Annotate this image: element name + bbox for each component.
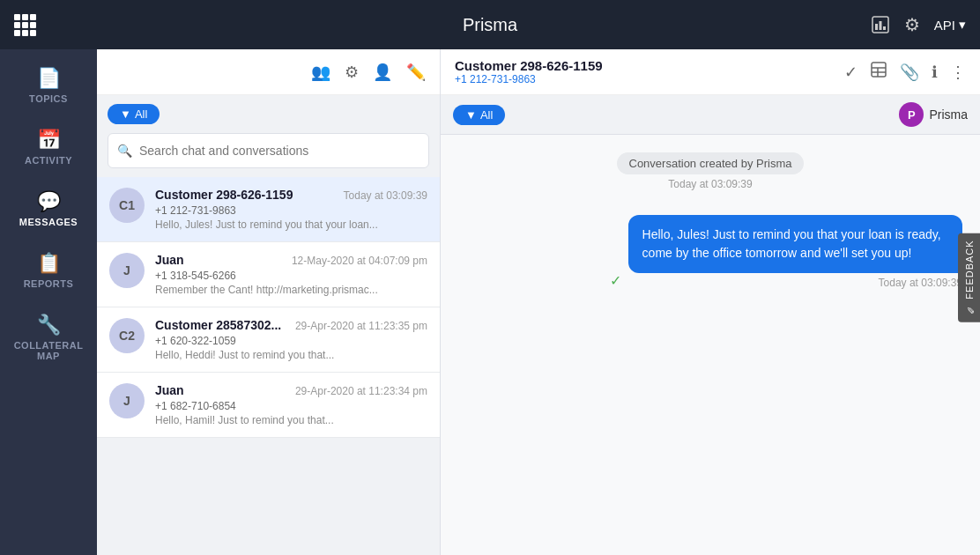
- topics-icon: 📄: [37, 67, 61, 90]
- filter-icon: ▼: [120, 107, 131, 121]
- conv-preview: Hello, Heddi! Just to remind you that...: [155, 349, 427, 361]
- sent-check-icon: ✓: [610, 272, 621, 289]
- right-panel-header: Customer 298-626-1159 +1 212-731-9863 ✓ …: [441, 49, 980, 95]
- user-icon[interactable]: 👤: [373, 63, 392, 82]
- header-left: [14, 14, 36, 36]
- activity-icon: 📅: [37, 129, 61, 152]
- grid-icon[interactable]: [14, 14, 36, 36]
- feedback-icon: ✎: [963, 303, 975, 315]
- api-button[interactable]: API ▾: [934, 17, 966, 33]
- avatar: J: [109, 253, 145, 288]
- system-message: Conversation created by Prisma Today at …: [458, 152, 962, 190]
- conv-header: Juan 12-May-2020 at 04:07:09 pm: [155, 253, 427, 267]
- checkmark-icon[interactable]: ✓: [844, 63, 858, 82]
- contact-name: Customer 298-626-1159: [455, 58, 603, 73]
- settings-icon[interactable]: ⚙: [904, 14, 920, 35]
- svg-rect-3: [883, 26, 886, 30]
- sidebar: 📄 TOPICS 📅 ACTIVITY 💬 MESSAGES 📋 REPORTS…: [0, 49, 97, 555]
- message-content: Hello, Jules! Just to remind you that yo…: [628, 215, 962, 289]
- conv-phone: +1 682-710-6854: [155, 400, 427, 412]
- conversation-item[interactable]: J Juan 12-May-2020 at 04:07:09 pm +1 318…: [97, 242, 440, 307]
- message-bubble: Hello, Jules! Just to remind you that yo…: [628, 215, 962, 273]
- contact-phone: +1 212-731-9863: [455, 73, 603, 85]
- agent-badge: P Prisma: [899, 102, 968, 127]
- compose-icon[interactable]: ✏️: [406, 63, 426, 82]
- svg-rect-2: [879, 21, 881, 30]
- conv-phone: +1 620-322-1059: [155, 335, 427, 347]
- conv-time: 29-Apr-2020 at 11:23:34 pm: [295, 385, 427, 397]
- content-area: 👥 ⚙ 👤 ✏️ ▼ All 🔍: [97, 49, 980, 555]
- right-filter-bar: ▼ All P Prisma: [441, 95, 980, 135]
- conversation-list: C1 Customer 298-626-1159 Today at 03:09:…: [97, 177, 440, 555]
- chat-area: Conversation created by Prisma Today at …: [441, 135, 980, 555]
- right-panel: Customer 298-626-1159 +1 212-731-9863 ✓ …: [441, 49, 980, 555]
- sidebar-item-reports-label: REPORTS: [24, 278, 74, 289]
- sidebar-item-topics-label: TOPICS: [29, 93, 68, 104]
- attachment-icon[interactable]: 📎: [900, 63, 919, 82]
- sidebar-item-reports[interactable]: 📋 REPORTS: [0, 241, 97, 300]
- conv-time: Today at 03:09:39: [344, 189, 427, 202]
- conv-phone: +1 212-731-9863: [155, 204, 427, 217]
- header-right: ⚙ API ▾: [871, 14, 966, 35]
- conv-time: 29-Apr-2020 at 11:23:35 pm: [295, 320, 427, 332]
- collateral-map-icon: 🔧: [37, 314, 61, 337]
- conv-content: Juan 29-Apr-2020 at 11:23:34 pm +1 682-7…: [155, 383, 427, 426]
- message-row: ✓ Hello, Jules! Just to remind you that …: [458, 215, 962, 289]
- search-icon: 🔍: [117, 144, 132, 158]
- sidebar-item-collateral-map-label: COLLATERAL MAP: [7, 340, 90, 361]
- conv-name: Juan: [155, 253, 184, 267]
- sidebar-item-activity-label: ACTIVITY: [25, 155, 72, 166]
- conv-content: Juan 12-May-2020 at 04:07:09 pm +1 318-5…: [155, 253, 427, 296]
- sidebar-item-collateral-map[interactable]: 🔧 COLLATERAL MAP: [0, 303, 97, 372]
- conv-name: Customer 298-626-1159: [155, 188, 293, 202]
- messages-icon: 💬: [37, 190, 61, 213]
- svg-rect-4: [872, 63, 886, 77]
- agent-avatar: P: [899, 102, 924, 127]
- search-input[interactable]: [139, 144, 419, 158]
- header-actions: ✓ 📎 ℹ ⋮: [844, 61, 966, 83]
- conv-phone: +1 318-545-6266: [155, 270, 427, 282]
- system-time: Today at 03:09:39: [458, 178, 962, 190]
- info-icon[interactable]: ℹ: [932, 63, 938, 82]
- sidebar-item-topics[interactable]: 📄 TOPICS: [0, 56, 97, 115]
- sidebar-item-messages-label: MESSAGES: [19, 217, 78, 227]
- sidebar-item-messages[interactable]: 💬 MESSAGES: [0, 180, 97, 238]
- contact-info: Customer 298-626-1159 +1 212-731-9863: [455, 58, 603, 85]
- more-icon[interactable]: ⋮: [950, 63, 966, 82]
- filter-bar: ▼ All: [97, 95, 440, 133]
- main-layout: 📄 TOPICS 📅 ACTIVITY 💬 MESSAGES 📋 REPORTS…: [0, 49, 980, 555]
- message-bubble-wrap: ✓ Hello, Jules! Just to remind you that …: [610, 215, 962, 289]
- left-toolbar: 👥 ⚙ 👤 ✏️: [97, 49, 440, 95]
- search-wrapper: 🔍: [108, 133, 429, 168]
- conversation-item[interactable]: C1 Customer 298-626-1159 Today at 03:09:…: [97, 177, 440, 242]
- left-panel: 👥 ⚙ 👤 ✏️ ▼ All 🔍: [97, 49, 441, 555]
- conv-preview: Remember the Cant! http://marketing.pris…: [155, 284, 427, 296]
- conv-content: Customer 298-626-1159 Today at 03:09:39 …: [155, 188, 427, 231]
- app-title: Prisma: [463, 15, 517, 35]
- conv-content: Customer 28587302... 29-Apr-2020 at 11:2…: [155, 318, 427, 361]
- avatar: C2: [109, 318, 145, 353]
- feedback-tab[interactable]: ✎ FEEDBACK: [958, 233, 980, 322]
- conversation-item[interactable]: J Juan 29-Apr-2020 at 11:23:34 pm +1 682…: [97, 373, 440, 438]
- avatar: J: [109, 383, 145, 418]
- group-icon[interactable]: 👥: [311, 63, 330, 82]
- conv-preview: Hello, Jules! Just to remind you that yo…: [155, 218, 427, 231]
- conv-name: Customer 28587302...: [155, 318, 281, 332]
- chart-icon[interactable]: [871, 15, 890, 34]
- sidebar-item-activity[interactable]: 📅 ACTIVITY: [0, 118, 97, 176]
- conv-preview: Hello, Hamil! Just to remind you that...: [155, 414, 427, 426]
- svg-rect-1: [875, 24, 878, 30]
- all-filter-button[interactable]: ▼ All: [108, 104, 160, 124]
- settings-gear-icon[interactable]: ⚙: [345, 63, 359, 82]
- top-header: Prisma ⚙ API ▾: [0, 0, 980, 49]
- agent-name: Prisma: [929, 107, 968, 122]
- right-all-filter-button[interactable]: ▼ All: [453, 105, 505, 125]
- conversation-item[interactable]: C2 Customer 28587302... 29-Apr-2020 at 1…: [97, 307, 440, 373]
- reports-icon: 📋: [37, 252, 61, 275]
- conv-header: Juan 29-Apr-2020 at 11:23:34 pm: [155, 383, 427, 397]
- search-bar: 🔍: [97, 133, 440, 177]
- right-filter-icon: ▼: [465, 108, 477, 122]
- avatar: C1: [109, 188, 145, 223]
- system-badge: Conversation created by Prisma: [617, 152, 805, 174]
- table-icon[interactable]: [870, 61, 887, 83]
